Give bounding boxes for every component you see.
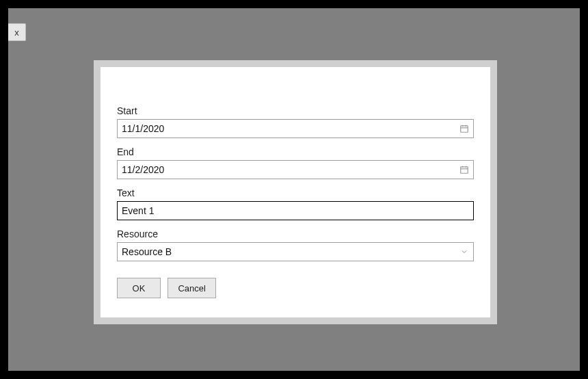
page-outer-border: x Start (0, 0, 588, 379)
cancel-button[interactable]: Cancel (168, 278, 215, 298)
end-label: End (117, 146, 474, 157)
resource-label: Resource (117, 228, 474, 239)
text-label: Text (117, 187, 474, 198)
ok-button[interactable]: OK (117, 278, 161, 298)
background-button-fragment-text: x (14, 27, 19, 38)
field-end: End (117, 146, 474, 179)
field-start: Start (117, 105, 474, 138)
start-input-row (117, 119, 474, 138)
resource-select[interactable]: Resource B (117, 242, 474, 261)
modal-shadow: Start End (94, 60, 497, 324)
background-button-fragment[interactable]: x (8, 23, 26, 41)
start-label: Start (117, 105, 474, 116)
page-backdrop: x Start (8, 8, 580, 371)
resource-input-row: Resource B (117, 242, 474, 261)
end-input-row (117, 160, 474, 179)
edit-event-dialog: Start End (101, 67, 490, 317)
event-text-input[interactable] (117, 201, 474, 220)
start-date-input[interactable] (117, 119, 474, 138)
dialog-button-row: OK Cancel (117, 278, 474, 298)
text-input-row (117, 201, 474, 220)
end-date-input[interactable] (117, 160, 474, 179)
field-resource: Resource Resource B (117, 228, 474, 261)
field-text: Text (117, 187, 474, 220)
